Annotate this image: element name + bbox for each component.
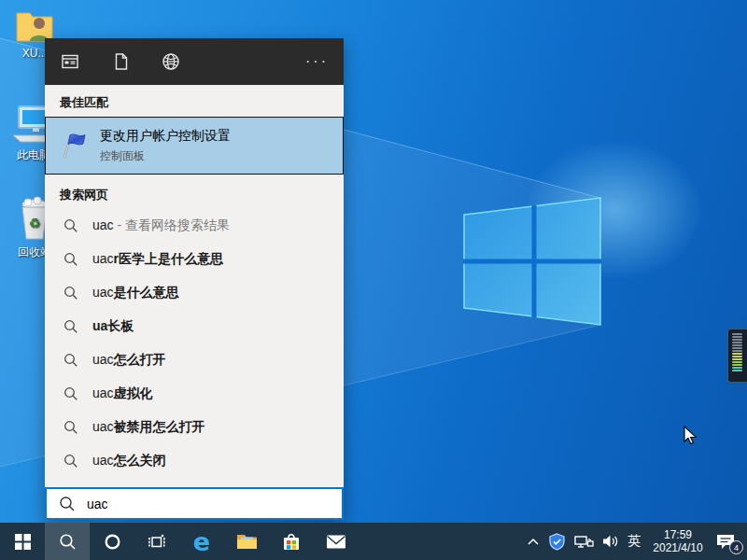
web-suggestion-row[interactable]: uac - 查看网络搜索结果 [45, 209, 344, 243]
cortana-button[interactable] [90, 523, 134, 560]
suggestion-text: uac - 查看网络搜索结果 [92, 217, 230, 234]
start-search-panel: ··· 最佳匹配 更改用户帐户控制设置 控制面板 搜索网页 uac - 查看网络… [45, 38, 344, 520]
search-input[interactable] [87, 497, 342, 511]
web-suggestion-row[interactable]: uac是什么意思 [45, 276, 344, 310]
microsoft-store-icon [281, 532, 302, 552]
best-match-title: 更改用户帐户控制设置 [100, 128, 231, 145]
web-suggestion-row[interactable]: ua长板 [45, 310, 344, 343]
filter-tab-apps[interactable] [60, 51, 80, 72]
best-match-result[interactable]: 更改用户帐户控制设置 控制面板 [45, 117, 344, 175]
web-suggestion-row[interactable]: uac怎么关闭 [45, 444, 344, 478]
notification-badge: 4 [729, 540, 743, 554]
clock-time: 17:59 [649, 528, 707, 541]
web-section-label: 搜索网页 [60, 187, 344, 203]
search-suggestion-icon [63, 454, 78, 469]
mouse-cursor [681, 426, 699, 446]
suggestion-text: uac被禁用怎么打开 [92, 419, 205, 436]
store-button[interactable] [269, 523, 314, 560]
cortana-icon [104, 533, 121, 551]
filter-tab-documents[interactable] [110, 51, 131, 72]
search-suggestion-icon [63, 218, 78, 233]
windows-start-icon [15, 534, 31, 550]
suggestion-text: uac怎么关闭 [92, 453, 166, 469]
docked-meter-widget[interactable] [727, 329, 747, 383]
best-match-section-label: 最佳匹配 [60, 94, 344, 111]
file-explorer-icon [236, 533, 258, 551]
web-suggestions: uac - 查看网络搜索结果 uacr医学上是什么意思 uac是什么意思 ua长… [45, 209, 344, 478]
tray-network-icon[interactable] [574, 534, 594, 550]
system-tray: 英 17:59 2021/4/10 4 [527, 523, 747, 560]
suggestion-text: uacr医学上是什么意思 [92, 251, 223, 268]
mail-icon [326, 534, 346, 550]
web-suggestion-row[interactable]: uacr医学上是什么意思 [45, 243, 344, 276]
suggestion-text: uac虚拟化 [92, 385, 153, 402]
task-view-icon [148, 533, 166, 551]
tray-ime-indicator[interactable]: 英 [627, 533, 641, 550]
taskbar-clock[interactable]: 17:59 2021/4/10 [649, 528, 707, 554]
suggestion-text: uac是什么意思 [92, 285, 179, 301]
start-button[interactable] [0, 523, 45, 560]
action-center-button[interactable]: 4 [715, 531, 740, 552]
tray-volume-icon[interactable] [602, 534, 619, 549]
apps-window-icon [61, 52, 79, 71]
web-suggestion-row[interactable]: uac被禁用怎么打开 [45, 411, 344, 444]
file-explorer-button[interactable] [224, 523, 269, 560]
svg-text:♻: ♻ [29, 216, 41, 231]
edge-icon: e [193, 529, 210, 554]
tray-security-shield-icon[interactable] [548, 533, 566, 551]
suggestion-text: ua长板 [92, 318, 134, 335]
web-suggestion-row[interactable]: uac虚拟化 [45, 377, 344, 411]
document-icon [111, 52, 130, 71]
search-icon [59, 533, 77, 551]
taskbar: e [0, 523, 747, 560]
suggestion-text: uac怎么打开 [92, 352, 166, 369]
edge-button[interactable]: e [179, 523, 224, 560]
search-filter-bar: ··· [45, 38, 344, 85]
search-suggestion-icon [63, 252, 78, 267]
filter-tab-web[interactable] [161, 51, 181, 72]
search-box [45, 487, 344, 520]
search-suggestion-icon [63, 353, 78, 368]
search-suggestion-icon [63, 386, 78, 401]
mail-button[interactable] [314, 523, 359, 560]
web-suggestion-row[interactable]: uac怎么打开 [45, 343, 344, 377]
more-options-icon[interactable]: ··· [305, 57, 329, 66]
taskbar-search-button[interactable] [45, 523, 90, 560]
task-view-button[interactable] [134, 523, 179, 560]
tray-chevron-up-icon[interactable] [527, 537, 540, 547]
globe-icon [161, 51, 181, 72]
search-suggestion-icon [63, 319, 78, 334]
best-match-subtitle: 控制面板 [100, 148, 231, 164]
search-icon [59, 496, 76, 512]
uac-flag-icon [58, 131, 88, 161]
clock-date: 2021/4/10 [649, 541, 707, 554]
search-suggestion-icon [63, 420, 78, 435]
search-suggestion-icon [63, 286, 78, 301]
